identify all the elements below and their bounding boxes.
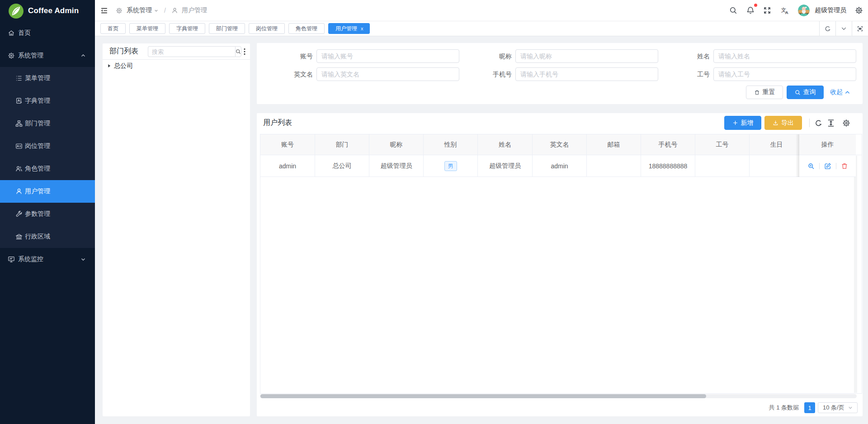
gear-icon[interactable]	[842, 119, 850, 127]
divider	[809, 119, 810, 127]
breadcrumb: 系统管理 / 用户管理	[108, 6, 207, 14]
sidebar-submenu: 菜单管理 字典管理 部门管理 岗位管理 角色管理 用户管理	[0, 67, 95, 248]
field-label-account: 账号	[263, 49, 313, 63]
sidebar-item-user-mgmt[interactable]: 用户管理	[0, 180, 95, 203]
trash-icon	[754, 90, 760, 95]
sidebar-item-system-monitor[interactable]: 系统监控	[0, 248, 95, 271]
column-header: 昵称	[369, 134, 424, 155]
sidebar-item-label: 角色管理	[25, 165, 50, 173]
sidebar-item-post-mgmt[interactable]: 岗位管理	[0, 135, 95, 157]
sidebar-item-dept-mgmt[interactable]: 部门管理	[0, 112, 95, 135]
tab-refresh-button[interactable]	[819, 21, 835, 36]
divider	[103, 59, 250, 60]
tab-dict-mgmt[interactable]: 字典管理	[169, 23, 205, 34]
cell-email	[587, 155, 641, 177]
cell-name: 超级管理员	[478, 155, 533, 177]
tab-maximize-button[interactable]	[852, 21, 868, 36]
avatar[interactable]	[798, 5, 810, 16]
column-header: 姓名	[478, 134, 533, 155]
sidebar-item-label: 用户管理	[25, 187, 50, 195]
search-icon	[795, 90, 801, 95]
main-area: 系统管理 / 用户管理 文A	[95, 0, 868, 424]
sidebar-item-param-mgmt[interactable]: 参数管理	[0, 203, 95, 225]
user-table-card: 用户列表 新增 导出 账号 部门 昵称	[257, 113, 863, 416]
sidebar-item-admin-region[interactable]: 行政区域	[0, 225, 95, 248]
search-icon[interactable]	[729, 6, 737, 14]
sidebar-item-system-mgmt[interactable]: 系统管理	[0, 44, 95, 67]
gear-icon[interactable]	[855, 6, 863, 14]
page-size-select[interactable]: 10 条/页	[818, 402, 858, 413]
line-height-icon[interactable]	[827, 119, 835, 127]
name-input[interactable]	[713, 49, 856, 63]
tab-home[interactable]: 首页	[100, 23, 126, 34]
table-header-row: 账号 部门 昵称 性别 姓名 英文名 邮箱 手机号 工号 生日	[260, 134, 800, 155]
table-title: 用户列表	[263, 118, 292, 128]
sidebar-item-label: 系统监控	[18, 255, 43, 263]
notification-bell[interactable]	[746, 6, 755, 14]
sidebar-item-menu-mgmt[interactable]: 菜单管理	[0, 67, 95, 90]
org-tree-icon	[15, 120, 23, 127]
refresh-icon	[824, 25, 831, 32]
cell-nickname: 超级管理员	[369, 155, 424, 177]
add-button[interactable]: 新增	[724, 116, 761, 130]
vertical-scrollbar-track[interactable]	[854, 156, 857, 393]
table-row[interactable]: admin 总公司 超级管理员 男 超级管理员 admin 1888888888…	[260, 155, 800, 177]
tab-user-mgmt[interactable]: 用户管理x	[328, 23, 370, 34]
fixed-operation-column: 操作	[799, 134, 856, 177]
account-input[interactable]	[316, 49, 459, 63]
sidebar-item-dict-mgmt[interactable]: 字典管理	[0, 90, 95, 112]
username[interactable]: 超级管理员	[815, 6, 846, 14]
tree-node-company[interactable]: 总公司	[103, 60, 250, 71]
dept-search-button[interactable]	[235, 46, 241, 57]
app-title: Coffee Admin	[28, 6, 79, 15]
horizontal-scrollbar-track[interactable]	[260, 394, 857, 398]
translate-icon[interactable]: 文A	[781, 6, 789, 14]
sidebar-item-home[interactable]: 首页	[0, 22, 95, 44]
fullscreen-icon[interactable]	[763, 6, 771, 14]
tab-dept-mgmt[interactable]: 部门管理	[209, 23, 245, 34]
breadcrumb-item-system[interactable]: 系统管理	[127, 6, 152, 14]
caret-right-icon[interactable]	[107, 64, 111, 68]
view-icon[interactable]	[807, 162, 815, 170]
column-header: 账号	[260, 134, 315, 155]
cell-gender: 男	[424, 155, 478, 177]
app-logo[interactable]: Coffee Admin	[0, 0, 95, 22]
chevron-up-icon	[80, 53, 86, 58]
field-label-name: 姓名	[660, 49, 710, 63]
tab-actions-dropdown[interactable]	[835, 21, 852, 36]
trash-icon[interactable]	[841, 162, 848, 170]
sidebar-item-role-mgmt[interactable]: 角色管理	[0, 157, 95, 180]
nickname-input[interactable]	[515, 49, 658, 63]
id-card-icon	[15, 143, 23, 150]
table-header-gutter	[856, 134, 862, 155]
column-header: 工号	[695, 134, 750, 155]
cell-birthday	[750, 155, 800, 177]
page-number-button[interactable]: 1	[804, 402, 815, 413]
horizontal-scrollbar-thumb[interactable]	[260, 394, 706, 398]
cell-account: admin	[260, 155, 315, 177]
sidebar-item-label: 参数管理	[25, 210, 50, 218]
divider	[819, 163, 820, 169]
tab-menu-mgmt[interactable]: 菜单管理	[129, 23, 165, 34]
export-button[interactable]: 导出	[764, 116, 802, 130]
reset-button[interactable]: 重置	[746, 86, 783, 99]
close-icon[interactable]: x	[361, 24, 363, 33]
en-name-input[interactable]	[316, 67, 459, 81]
tab-role-mgmt[interactable]: 角色管理	[288, 23, 325, 34]
job-no-input[interactable]	[713, 67, 856, 81]
refresh-icon[interactable]	[814, 119, 822, 127]
gear-icon	[8, 52, 15, 59]
dept-search-input[interactable]	[148, 46, 235, 57]
edit-icon[interactable]	[824, 162, 831, 170]
dept-panel: 部门列表 总公司	[103, 43, 250, 416]
chevron-up-icon	[845, 90, 850, 95]
query-button[interactable]: 查询	[787, 86, 824, 99]
tab-post-mgmt[interactable]: 岗位管理	[249, 23, 285, 34]
column-header: 部门	[315, 134, 369, 155]
collapse-link[interactable]: 收起	[830, 86, 850, 99]
fixed-column-shadow	[796, 134, 799, 177]
phone-input[interactable]	[515, 67, 658, 81]
dept-more-menu[interactable]	[241, 46, 248, 57]
menu-fold-icon[interactable]	[100, 7, 108, 14]
list-icon	[15, 75, 23, 82]
